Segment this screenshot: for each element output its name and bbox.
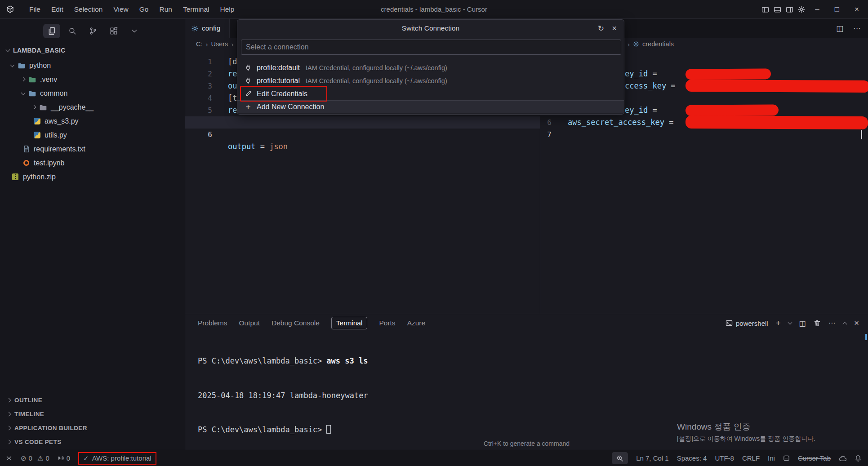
language-mode-status[interactable]: Ini: [768, 454, 775, 462]
terminal-line: PS C:\dev\aws\lambda_basic>: [198, 424, 368, 436]
eol-status[interactable]: CRLF: [742, 454, 760, 462]
menu-edit[interactable]: Edit: [46, 4, 69, 15]
maximize-button[interactable]: □: [829, 5, 845, 14]
problems-status[interactable]: ⊘ 0 ⚠ 0: [21, 454, 49, 462]
tree-item-requirements[interactable]: requirements.txt: [0, 142, 185, 156]
tree-item-label: python: [29, 62, 51, 70]
indentation-status[interactable]: Spaces: 4: [677, 454, 707, 462]
menu-go[interactable]: Go: [134, 4, 154, 15]
breadcrumb-credentials[interactable]: credentials: [642, 40, 674, 48]
tab-output[interactable]: Output: [239, 319, 260, 327]
chevron-right-icon: [7, 440, 11, 444]
chevron-right-icon: ›: [628, 40, 630, 48]
ctrl-k-hint: Ctrl+K to generate a command: [484, 440, 570, 447]
ports-status[interactable]: 0: [58, 454, 70, 462]
code-line: ou: [228, 80, 237, 92]
terminal-toolbar: powershell + ◫ ··· ×: [726, 314, 859, 332]
search-icon[interactable]: [64, 24, 81, 38]
zoom-button[interactable]: [612, 452, 628, 464]
more-views-chevron-icon[interactable]: [126, 24, 143, 38]
breadcrumb-drive[interactable]: C:: [196, 40, 203, 48]
section-outline[interactable]: OUTLINE: [0, 393, 185, 407]
item-profile-tutorial[interactable]: profile:tutorial IAM Credential, configu…: [237, 74, 624, 87]
menu-view[interactable]: View: [108, 4, 134, 15]
plus-icon: +: [244, 102, 253, 112]
panel-scrollbar-marker[interactable]: [865, 334, 867, 340]
source-control-icon[interactable]: [85, 24, 102, 38]
check-icon: ✓: [83, 454, 89, 462]
menu-help[interactable]: Help: [215, 4, 240, 15]
tab-debug-console[interactable]: Debug Console: [272, 319, 320, 327]
cloud-icon[interactable]: [839, 454, 846, 462]
dialog-title-bar: Switch Connection ↻ ×: [237, 20, 624, 37]
panel-more-actions-icon[interactable]: ···: [828, 319, 836, 327]
item-profile-default[interactable]: profile:default IAM Credential, configur…: [237, 61, 624, 74]
explorer-icon[interactable]: [43, 24, 60, 38]
shell-selector[interactable]: powershell: [726, 320, 768, 327]
remote-indicator-icon[interactable]: [5, 455, 13, 462]
redaction-scribble: [685, 68, 771, 80]
code-line: [t: [228, 92, 237, 104]
menu-selection[interactable]: Selection: [69, 4, 108, 15]
tree-item-common[interactable]: common: [0, 86, 185, 100]
toggle-panel-icon[interactable]: [774, 6, 781, 13]
settings-gear-icon[interactable]: [798, 6, 805, 13]
code-line: re: [228, 68, 237, 80]
toggle-secondary-sidebar-icon[interactable]: [786, 6, 793, 13]
extensions-icon[interactable]: [105, 24, 122, 38]
tree-item-pycache[interactable]: __pycache__: [0, 100, 185, 114]
terminal-output[interactable]: PS C:\dev\aws\lambda_basic>aws s3 ls 202…: [198, 333, 368, 459]
tree-item-label: python.zip: [23, 173, 56, 181]
aws-profile-status[interactable]: ✓ AWS: profile:tutorial: [78, 452, 156, 465]
tree-item-venv[interactable]: .venv: [0, 72, 185, 86]
menu-run[interactable]: Run: [154, 4, 177, 15]
split-terminal-icon[interactable]: ◫: [799, 319, 806, 328]
menu-terminal[interactable]: Terminal: [178, 4, 215, 15]
tree-item-label: requirements.txt: [34, 145, 85, 153]
connection-list: profile:default IAM Credential, configur…: [237, 61, 624, 113]
toggle-primary-sidebar-icon[interactable]: [761, 6, 769, 13]
section-application-builder[interactable]: APPLICATION BUILDER: [0, 421, 185, 435]
connection-search-input[interactable]: Select a connection: [241, 40, 621, 55]
encoding-status[interactable]: UTF-8: [715, 454, 734, 462]
menu-file[interactable]: File: [24, 4, 46, 15]
terminal-dropdown-chevron-icon[interactable]: [788, 320, 792, 325]
ports-count: 0: [67, 454, 70, 462]
tab-azure[interactable]: Azure: [407, 319, 426, 327]
terminal-line: PS C:\dev\aws\lambda_basic>aws s3 ls: [198, 355, 368, 367]
minimize-button[interactable]: –: [810, 5, 825, 14]
section-vs-code-pets[interactable]: VS CODE PETS: [0, 435, 185, 449]
aws-profile-label: AWS: profile:tutorial: [92, 454, 151, 462]
breadcrumb-users[interactable]: Users: [211, 40, 228, 48]
tree-item-python-zip[interactable]: python.zip: [0, 170, 185, 184]
split-editor-icon[interactable]: ◫: [836, 24, 843, 33]
section-timeline[interactable]: TIMELINE: [0, 407, 185, 421]
explorer-root[interactable]: LAMBDA_BASIC: [0, 43, 185, 58]
close-dialog-icon[interactable]: ×: [612, 24, 617, 33]
cursor-tab-icon[interactable]: [783, 455, 790, 462]
line-col-status[interactable]: Ln 7, Col 1: [636, 454, 669, 462]
cursor-tab-status[interactable]: Cursor Tab: [798, 454, 831, 462]
editor-more-actions-icon[interactable]: ···: [853, 24, 861, 33]
refresh-icon[interactable]: ↻: [598, 24, 604, 33]
tree-item-utils[interactable]: utils.py: [0, 128, 185, 142]
editor-cursor: [861, 130, 862, 139]
tab-config[interactable]: config: [185, 19, 230, 38]
chevron-down-icon: [21, 90, 26, 95]
kill-terminal-trash-icon[interactable]: [814, 320, 821, 327]
tree-item-notebook[interactable]: test.ipynb: [0, 156, 185, 170]
new-terminal-icon[interactable]: +: [776, 318, 781, 328]
maximize-panel-chevron-icon[interactable]: [842, 322, 847, 326]
item-add-new-connection[interactable]: + Add New Connection: [237, 100, 624, 113]
tree-item-label: common: [40, 89, 67, 98]
notifications-bell-icon[interactable]: [855, 455, 862, 462]
tab-problems[interactable]: Problems: [198, 319, 227, 327]
item-edit-credentials[interactable]: Edit Credentials: [237, 87, 624, 100]
tab-terminal[interactable]: Terminal: [331, 317, 368, 329]
tab-ports[interactable]: Ports: [379, 319, 395, 327]
close-window-button[interactable]: ×: [849, 5, 864, 14]
section-label: TIMELINE: [14, 411, 44, 417]
tree-item-aws-s3[interactable]: aws_s3.py: [0, 114, 185, 128]
close-panel-icon[interactable]: ×: [854, 318, 859, 328]
tree-item-python[interactable]: python: [0, 58, 185, 72]
